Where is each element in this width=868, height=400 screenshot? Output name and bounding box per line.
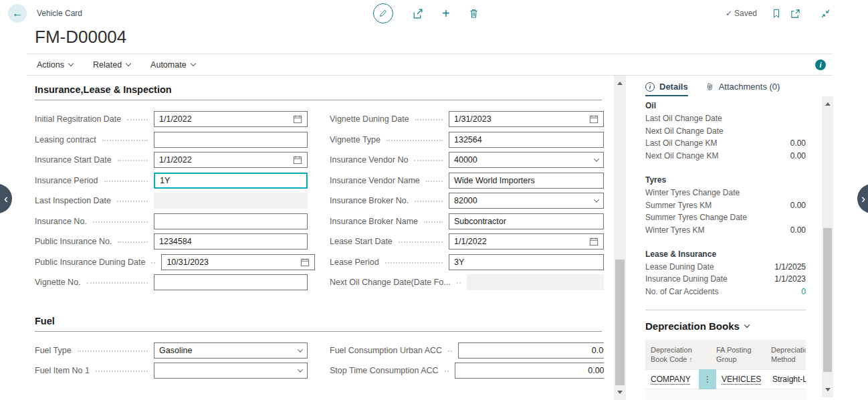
public-insurance-no-input[interactable]: 1234584: [154, 233, 308, 249]
section-divider: [35, 331, 602, 332]
calendar-icon[interactable]: [300, 258, 310, 267]
insurance-broker-name-input[interactable]: Subcontractor: [449, 213, 604, 229]
factbox-row: Lease Duning Date 1/1/2025: [645, 261, 806, 274]
public-insurance-duning-date-input[interactable]: 10/31/2023: [161, 254, 315, 270]
tab-attachments[interactable]: Attachments (0): [706, 82, 780, 96]
column-label: Group: [716, 355, 737, 363]
field-vignette-duning-date: Vignette Duning Date 1/31/2023: [330, 111, 604, 127]
calendar-icon[interactable]: [589, 114, 599, 124]
dot-leader: [104, 181, 148, 182]
column-header-book-code[interactable]: Depreciation Book Code ↑: [645, 345, 699, 365]
field-label: Insurance No.: [35, 217, 87, 226]
field-fuel-type: Fuel Type Gasoline: [35, 342, 308, 359]
scrollbar-thumb[interactable]: [823, 228, 832, 372]
calendar-icon[interactable]: [293, 155, 302, 165]
vignette-duning-date-input[interactable]: 1/31/2023: [449, 111, 604, 127]
insurance-start-date-input[interactable]: 1/1/2022: [154, 152, 308, 168]
field-label: Last Inspection Date: [35, 196, 111, 205]
chevron-down-icon: [744, 322, 750, 328]
bookmark-icon: [772, 8, 781, 19]
tab-details[interactable]: i Details: [645, 82, 688, 96]
fa-posting-group-link[interactable]: VEHICLES: [722, 375, 761, 384]
share-button[interactable]: [412, 8, 423, 19]
dot-leader: [415, 201, 443, 202]
factbox-row: Summer Tyres KM 0.00: [645, 199, 806, 212]
open-in-window-icon: [790, 9, 800, 19]
menu-actions[interactable]: Actions: [37, 60, 73, 70]
scroll-down-arrow-icon[interactable]: [825, 388, 831, 391]
calendar-icon[interactable]: [293, 114, 302, 124]
book-code-link[interactable]: COMPANY: [651, 375, 691, 384]
field-label: Vignette Duning Date: [330, 114, 409, 124]
factbox-row: Summer Tyres Change Date: [645, 211, 806, 224]
column-header-depreciation-method[interactable]: Depreciatio Method: [771, 345, 806, 365]
chevron-down-icon[interactable]: [298, 346, 303, 352]
depreciation-books-header[interactable]: Depreciation Books: [645, 320, 806, 332]
delete-button[interactable]: [469, 8, 479, 19]
dot-leader: [127, 119, 148, 120]
insurance-vendor-no-select[interactable]: 40000: [449, 152, 604, 168]
car-accidents-link[interactable]: 0: [801, 286, 806, 298]
menu-automate[interactable]: Automate: [150, 60, 195, 70]
field-value: 0.00: [463, 346, 604, 355]
field-value: 10/31/2023: [167, 258, 296, 267]
dot-leader: [399, 241, 443, 243]
save-status-label: Saved: [734, 9, 757, 18]
dot-leader: [415, 119, 443, 120]
chevron-down-icon[interactable]: [594, 197, 599, 202]
row-menu-button[interactable]: ⋮: [699, 369, 716, 389]
lease-period-input[interactable]: 3Y: [449, 254, 604, 270]
column-header-fa-posting-group[interactable]: FA Posting Group: [716, 345, 771, 365]
field-value: 1/1/2022: [454, 237, 585, 246]
row-label: Winter Tyres KM: [645, 224, 704, 237]
fuel-consumption-urban-acc-input[interactable]: 0.00: [458, 342, 604, 359]
scroll-up-arrow-icon[interactable]: [825, 102, 831, 106]
field-value: 3Y: [454, 258, 599, 267]
fuel-item-no-1-select[interactable]: [154, 363, 308, 379]
lease-start-date-input[interactable]: 1/1/2022: [449, 233, 604, 249]
scrollbar-thumb[interactable]: [615, 260, 625, 385]
insurance-no-input[interactable]: [154, 213, 308, 229]
section-fuel: Fuel Fuel Type Gasoline Fuel Item No 1: [35, 316, 604, 383]
depreciation-books-table: Depreciation Book Code ↑ FA Posting Grou…: [645, 340, 806, 400]
insurance-period-input[interactable]: 1Y: [154, 173, 308, 189]
dot-leader: [387, 140, 443, 141]
insurance-vendor-name-input[interactable]: Wide World Importers: [449, 173, 604, 189]
column-label: Depreciation: [651, 346, 692, 354]
leasing-contract-input[interactable]: [154, 132, 308, 148]
vignette-no-input[interactable]: [154, 274, 308, 290]
factbox-scrollbar[interactable]: [822, 96, 833, 397]
field-value: 1/1/2022: [159, 114, 289, 124]
row-label: No. of Car Accidents: [645, 286, 718, 298]
insurance-broker-no-select[interactable]: 82000: [449, 193, 604, 209]
fuel-type-select[interactable]: Gasoline: [154, 342, 308, 359]
dot-leader: [426, 181, 443, 182]
collapse-button[interactable]: [821, 9, 831, 19]
stop-time-consumption-acc-input[interactable]: 0.00: [455, 363, 604, 379]
row-label: Winter Tyres Change Date: [645, 187, 740, 199]
scroll-down-arrow-icon[interactable]: [617, 391, 623, 394]
calendar-icon[interactable]: [589, 237, 599, 246]
info-icon: i: [645, 82, 655, 92]
title-row: FM-D00004: [27, 27, 833, 54]
chevron-down-icon[interactable]: [594, 156, 599, 161]
edit-button[interactable]: [373, 3, 393, 23]
initial-registration-date-input[interactable]: 1/1/2022: [154, 111, 308, 127]
menu-related[interactable]: Related: [93, 60, 130, 70]
vignette-type-input[interactable]: 132564: [449, 132, 604, 148]
back-button[interactable]: ←: [8, 4, 27, 23]
bookmark-button[interactable]: [772, 8, 781, 19]
table-row[interactable]: COMPANY ⋮ VEHICLES Straight-L: [645, 369, 806, 389]
open-in-window-button[interactable]: [790, 9, 800, 19]
main-scrollbar[interactable]: [614, 76, 626, 400]
new-button[interactable]: +: [442, 6, 450, 21]
menu-related-label: Related: [93, 60, 122, 70]
workspace: Insurance,Lease & Inspection Initial Reg…: [0, 76, 868, 400]
tab-attachments-label: Attachments (0): [719, 82, 780, 92]
scroll-up-arrow-icon[interactable]: [617, 82, 623, 85]
paperclip-icon: [706, 82, 714, 92]
chevron-down-icon[interactable]: [298, 367, 303, 372]
share-icon: [412, 8, 423, 19]
field-label: Next Oil Change Date(Date Fo...: [330, 278, 451, 287]
info-icon[interactable]: i: [815, 60, 826, 70]
